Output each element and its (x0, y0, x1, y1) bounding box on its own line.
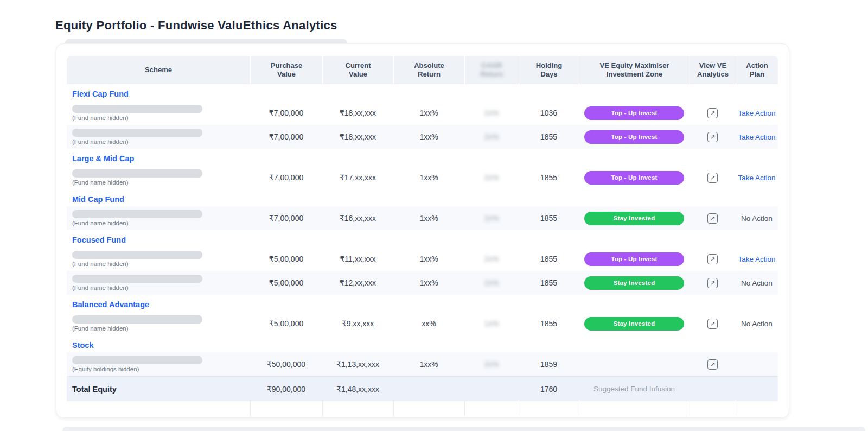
purchase-value-cell: ₹5,00,000 (250, 271, 322, 295)
col-header-absolute-return: Absolute Return (393, 56, 464, 84)
category-row: Focused Fund (67, 230, 778, 247)
fund-name-hidden-bar (72, 105, 202, 113)
fund-name-hidden-label: (Fund name hidden) (72, 261, 250, 268)
fund-name-hidden-bar (72, 275, 202, 283)
holding-days-cell: 1855 (519, 125, 579, 149)
total-action-empty (736, 376, 778, 401)
current-value-cell: ₹17,xx,xxx (322, 166, 393, 189)
zone-button[interactable]: Top - Up Invest (584, 130, 684, 144)
action-plan-cell: Take Action (736, 101, 778, 125)
external-link-icon[interactable]: ↗ (707, 132, 718, 142)
scheme-cell: (Fund name hidden) (67, 166, 250, 189)
external-link-icon[interactable]: ↗ (707, 173, 718, 183)
zone-button[interactable]: Top - Up Invest (584, 106, 684, 120)
take-action-link[interactable]: Take Action (738, 174, 775, 182)
cagr-return-cell: 2x% (464, 352, 519, 376)
portfolio-card: SchemePurchase ValueCurrent ValueAbsolut… (56, 43, 789, 418)
current-value-cell: ₹16,xx,xxx (322, 206, 393, 230)
holding-days-cell: 1855 (519, 312, 579, 335)
category-label: Balanced Advantage (72, 300, 149, 309)
zone-cell: Stay Invested (579, 271, 690, 295)
col-header-label: View VE Analytics (694, 61, 732, 79)
zone-button[interactable]: Top - Up Invest (584, 252, 684, 266)
total-purchase-value: ₹90,00,000 (250, 376, 322, 401)
absolute-return-cell: 1xx% (393, 125, 464, 149)
zone-cell: Top - Up Invest (579, 125, 690, 149)
col-header-label: VE Equity Maximiser Investment Zone (585, 61, 684, 79)
equity-portfolio-table: SchemePurchase ValueCurrent ValueAbsolut… (67, 56, 778, 416)
zone-cell (579, 352, 690, 376)
zone-button[interactable]: Stay Invested (584, 212, 684, 225)
action-plan-cell (736, 352, 778, 376)
cagr-return-cell: 2x% (464, 247, 519, 271)
external-link-icon[interactable]: ↗ (707, 213, 718, 224)
cagr-return-value-blurred: 2x% (484, 109, 499, 117)
fund-row: (Fund name hidden)₹5,00,000₹11,xx,xxx1xx… (67, 247, 778, 271)
zone-button[interactable]: Stay Invested (584, 276, 684, 290)
take-action-link[interactable]: Take Action (738, 133, 775, 141)
fund-name-hidden-bar (72, 210, 202, 218)
cagr-return-value-blurred: 2x% (484, 360, 499, 369)
external-link-icon[interactable]: ↗ (707, 278, 718, 288)
category-cell: Flexi Cap Fund (67, 84, 778, 101)
next-card-edge (62, 427, 865, 431)
cagr-return-value-blurred: 2x% (484, 132, 499, 141)
footer-spacer-cell (579, 401, 690, 416)
cagr-return-value-blurred: 2x% (484, 255, 499, 263)
total-current-value: ₹1,48,xx,xxx (322, 376, 393, 401)
footer-spacer-cell (690, 401, 736, 416)
fund-name-hidden-label: (Fund name hidden) (72, 138, 250, 145)
total-holding-days: 1760 (519, 376, 579, 401)
zone-cell: Stay Invested (579, 206, 690, 230)
fund-name-hidden-bar (72, 169, 202, 178)
current-value-cell: ₹18,xx,xxx (322, 125, 393, 149)
scheme-cell: (Fund name hidden) (67, 247, 250, 271)
category-cell: Focused Fund (67, 230, 778, 247)
col-header-purchase-value: Purchase Value (250, 56, 322, 84)
scheme-cell: (Fund name hidden) (67, 271, 250, 295)
no-action-label: No Action (741, 279, 773, 287)
col-header-ve-zone: VE Equity Maximiser Investment Zone (579, 56, 690, 84)
absolute-return-cell: 1xx% (393, 101, 464, 125)
cagr-return-cell: 1x% (464, 312, 519, 335)
cagr-return-value-blurred: 2x% (484, 278, 499, 287)
zone-cell: Top - Up Invest (579, 166, 690, 189)
zone-button[interactable]: Stay Invested (584, 317, 684, 331)
purchase-value-cell: ₹5,00,000 (250, 247, 322, 271)
col-header-label: Current Value (339, 61, 378, 79)
action-plan-cell: Take Action (736, 247, 778, 271)
table-header: SchemePurchase ValueCurrent ValueAbsolut… (67, 56, 778, 84)
total-absolute-return-empty (393, 376, 464, 401)
view-analytics-cell: ↗ (690, 101, 736, 125)
take-action-link[interactable]: Take Action (738, 255, 775, 263)
external-link-icon[interactable]: ↗ (707, 359, 718, 370)
holding-days-cell: 1855 (519, 166, 579, 189)
absolute-return-cell: xx% (393, 312, 464, 335)
external-link-icon[interactable]: ↗ (707, 254, 718, 264)
category-label: Flexi Cap Fund (72, 90, 129, 98)
col-header-action-plan: Action Plan (736, 56, 778, 84)
purchase-value-cell: ₹7,00,000 (250, 125, 322, 149)
view-analytics-cell: ↗ (690, 352, 736, 376)
external-link-icon[interactable]: ↗ (707, 319, 718, 329)
external-link-icon[interactable]: ↗ (707, 108, 718, 118)
take-action-link[interactable]: Take Action (738, 109, 775, 117)
total-row: Total Equity₹90,00,000₹1,48,xx,xxx1760Su… (67, 376, 778, 401)
holding-days-cell: 1855 (519, 271, 579, 295)
total-label: Total Equity (67, 376, 250, 401)
view-analytics-cell: ↗ (690, 312, 736, 335)
category-cell: Stock (67, 335, 778, 352)
page: Equity Portfolio - Fundwise ValuEthics A… (0, 0, 868, 431)
col-header-label: Scheme (145, 66, 172, 74)
footer-spacer-row (67, 401, 778, 416)
footer-spacer-cell (736, 401, 778, 416)
zone-button[interactable]: Top - Up Invest (584, 171, 684, 185)
category-cell: Balanced Advantage (67, 295, 778, 312)
holding-days-cell: 1036 (519, 101, 579, 125)
holding-days-cell: 1855 (519, 247, 579, 271)
fund-row: (Fund name hidden)₹7,00,000₹16,xx,xxx1xx… (67, 206, 778, 230)
fund-row: (Fund name hidden)₹5,00,000₹12,xx,xxx1xx… (67, 271, 778, 295)
col-header-label: Action Plan (742, 61, 773, 79)
fund-name-hidden-label: (Equity holdings hidden) (72, 366, 250, 373)
view-analytics-cell: ↗ (690, 125, 736, 149)
